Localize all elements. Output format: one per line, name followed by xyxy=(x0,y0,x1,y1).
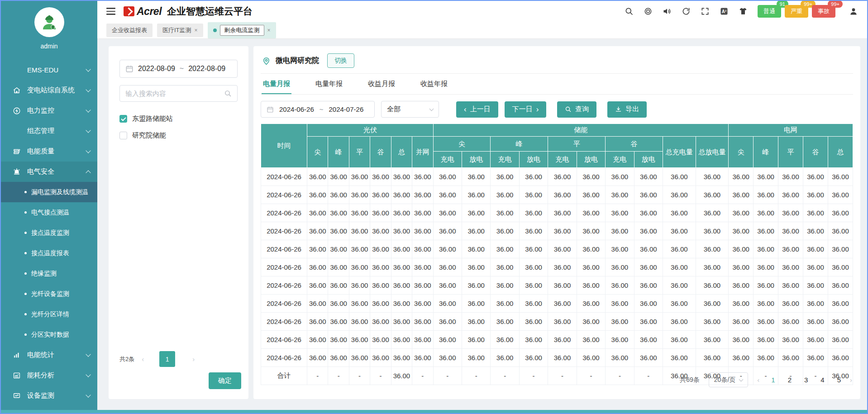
brand-logo: Acrel xyxy=(124,5,162,18)
sidebar-item[interactable]: 变电站综自系统 xyxy=(1,80,97,100)
close-icon[interactable]: × xyxy=(267,27,271,33)
row-value: 36.00 xyxy=(548,313,577,331)
table-body: 2024-06-2636.0036.0036.0036.0036.0036.00… xyxy=(261,168,853,385)
page-number[interactable]: 2 xyxy=(788,376,792,384)
row-value: 36.00 xyxy=(491,295,519,313)
alarm-badge[interactable]: 普通91 xyxy=(758,5,781,18)
row-value: 36.00 xyxy=(778,349,803,367)
sidebar-item[interactable]: 电能统计 xyxy=(1,345,97,365)
next-page-icon[interactable]: › xyxy=(850,376,852,384)
report-date-range[interactable]: 2024-06-26 ~ 2024-07-26 xyxy=(261,101,375,118)
workspace-tab[interactable]: 医疗IT监测× xyxy=(157,24,203,37)
sidebar-item[interactable]: 电气安全 xyxy=(1,162,97,182)
report-tab[interactable]: 电量年报 xyxy=(314,74,344,94)
next-day-button[interactable]: 下一日› xyxy=(505,101,547,118)
next-page-icon[interactable]: › xyxy=(192,355,195,363)
sidebar-subitem[interactable]: 电气接点测温 xyxy=(1,202,97,223)
report-tab[interactable]: 收益月报 xyxy=(367,74,396,94)
sidebar-subitem[interactable]: 接点温度监测 xyxy=(1,223,97,243)
bullet-icon xyxy=(24,333,27,336)
energy-analysis-icon xyxy=(13,371,27,380)
sidebar-subitem[interactable]: 漏电监测及线缆测温 xyxy=(1,182,97,202)
sidebar-item[interactable]: 能耗分析 xyxy=(1,365,97,385)
group-pv: 光伏 xyxy=(307,124,434,137)
row-value: 36.00 xyxy=(778,186,803,204)
station-label: 东盟路储能站 xyxy=(132,114,173,123)
volume-icon[interactable] xyxy=(663,7,672,16)
row-value: 36.00 xyxy=(729,168,754,186)
export-button[interactable]: 导出 xyxy=(607,101,647,118)
prev-page-icon[interactable]: ‹ xyxy=(142,355,144,363)
report-tab[interactable]: 收益年报 xyxy=(419,74,449,94)
sidebar-subitem[interactable]: 分区实时数据 xyxy=(1,324,97,345)
target-icon[interactable] xyxy=(644,7,653,16)
theme-icon[interactable] xyxy=(739,7,748,16)
subgroup-valley: 谷 xyxy=(606,137,663,152)
sidebar-subitem[interactable]: 接点温度报表 xyxy=(1,243,97,263)
bullet-icon xyxy=(24,252,27,254)
menu-toggle-icon[interactable] xyxy=(106,8,115,15)
refresh-icon[interactable] xyxy=(682,7,691,16)
sidebar-subitem[interactable]: 光纤分区详情 xyxy=(1,304,97,324)
page-size-select[interactable]: 20条/页 xyxy=(709,372,748,387)
avatar[interactable] xyxy=(34,7,64,37)
translate-icon[interactable]: A² xyxy=(720,7,729,16)
prev-page-icon[interactable]: ‹ xyxy=(757,376,759,384)
date-start[interactable]: 2022-08-09 xyxy=(138,65,175,73)
workspace-tab[interactable]: 企业收益报表 xyxy=(106,24,153,37)
station-checkbox-row[interactable]: 东盟路储能站 xyxy=(119,114,238,123)
report-date-start[interactable]: 2024-06-26 xyxy=(279,105,314,113)
workspace-tab-label: 医疗IT监测 xyxy=(162,26,191,34)
row-value: 36.00 xyxy=(548,258,577,276)
sidebar-item[interactable]: 设备监测 xyxy=(1,385,97,406)
row-value: 36.00 xyxy=(349,331,370,349)
sidebar-subitem[interactable]: 绝缘监测 xyxy=(1,263,97,284)
total-value: - xyxy=(519,367,548,385)
station-search[interactable] xyxy=(119,85,238,102)
confirm-button[interactable]: 确定 xyxy=(209,372,241,389)
page-number[interactable]: 1 xyxy=(771,376,775,384)
search-input[interactable] xyxy=(125,90,224,97)
row-value: 36.00 xyxy=(696,331,729,349)
row-value: 36.00 xyxy=(349,204,370,222)
sidebar-item[interactable]: EMS-EDU xyxy=(1,60,97,80)
alarm-badge[interactable]: 事故99+ xyxy=(812,5,835,18)
page-number[interactable]: 5 xyxy=(837,376,841,384)
fullscreen-icon[interactable] xyxy=(701,7,710,16)
query-button[interactable]: 查询 xyxy=(557,101,596,118)
checkbox-checked-icon[interactable] xyxy=(119,115,127,123)
date-end[interactable]: 2022-08-09 xyxy=(188,65,225,73)
row-value: 36.00 xyxy=(548,204,577,222)
bullet-icon xyxy=(24,293,27,295)
alarm-badge-label: 严重 xyxy=(791,8,802,14)
report-tab[interactable]: 电量月报 xyxy=(262,74,291,94)
page-button[interactable]: 1 xyxy=(159,351,175,367)
switch-station-button[interactable]: 切换 xyxy=(327,53,354,68)
sidebar-item[interactable]: 电能质量 xyxy=(1,141,97,162)
row-value: 36.00 xyxy=(307,204,328,222)
user-icon[interactable] xyxy=(849,7,858,16)
station-checkbox-row[interactable]: 研究院储能 xyxy=(119,131,238,140)
page-number[interactable]: 4 xyxy=(820,376,824,384)
alarm-badge[interactable]: 严重99+ xyxy=(785,5,808,18)
row-value: 36.00 xyxy=(370,313,391,331)
prev-day-button[interactable]: ‹上一日 xyxy=(456,101,498,118)
row-value: 36.00 xyxy=(663,204,696,222)
checkbox-unchecked-icon[interactable] xyxy=(119,132,127,139)
sidebar-item[interactable]: 组态管理 xyxy=(1,121,97,141)
workspace-tab[interactable]: 剩余电流监测× xyxy=(208,22,276,38)
table-row: 2024-06-2636.0036.0036.0036.0036.0036.00… xyxy=(261,168,853,186)
row-value: 36.00 xyxy=(696,222,729,240)
search-icon[interactable] xyxy=(625,7,634,16)
page-number[interactable]: 3 xyxy=(804,376,808,384)
app-title: 企业智慧运维云平台 xyxy=(167,5,253,18)
close-icon[interactable]: × xyxy=(195,27,198,33)
sidebar-subitem-label: 接点温度报表 xyxy=(31,249,69,257)
sidebar-subitem[interactable]: 光纤设备监测 xyxy=(1,284,97,304)
sidebar-item[interactable]: 电力监控 xyxy=(1,100,97,121)
filter-date-range[interactable]: 2022-08-09 ~ 2022-08-09 xyxy=(119,60,238,78)
row-value: 36.00 xyxy=(412,331,433,349)
scope-select[interactable]: 全部 xyxy=(381,101,439,118)
report-date-end[interactable]: 2024-07-26 xyxy=(329,105,364,113)
horizontal-scrollbar[interactable] xyxy=(1,410,867,413)
